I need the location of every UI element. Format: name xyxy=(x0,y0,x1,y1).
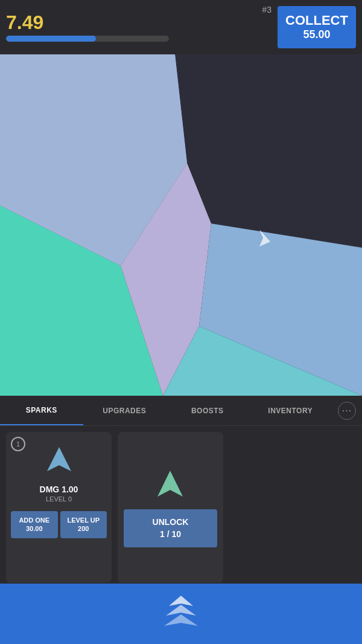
spark-number-badge: 1 xyxy=(11,437,25,451)
unlock-button[interactable]: UNLOCK 1 / 10 xyxy=(124,509,217,547)
level-up-button[interactable]: LEVEL UP 200 xyxy=(60,511,107,538)
game-canvas xyxy=(0,54,362,396)
tab-upgrades[interactable]: UPGRADES xyxy=(83,396,167,425)
score-value: 7.49 xyxy=(6,13,262,32)
rank-badge: #3 xyxy=(262,5,272,14)
svg-marker-9 xyxy=(157,471,183,497)
spark-card-1: 1 DMG 1.00 LEVEL 0 ADD ONE 30.00 LEVEL U… xyxy=(6,432,112,583)
game-area[interactable] xyxy=(0,54,362,396)
spark-name: DMG 1.00 xyxy=(40,485,78,494)
unlock-arrow-icon xyxy=(154,468,187,503)
more-button[interactable]: ··· xyxy=(332,396,362,425)
collect-label-line1: COLLECT xyxy=(285,13,348,28)
tab-sparks[interactable]: SPARKS xyxy=(0,396,83,425)
progress-bar-fill xyxy=(6,36,96,42)
score-area: 7.49 xyxy=(6,13,262,42)
tab-inventory[interactable]: INVENTORY xyxy=(249,396,332,425)
svg-marker-8 xyxy=(47,447,71,471)
bottom-bar[interactable] xyxy=(0,584,362,644)
more-dots-icon: ··· xyxy=(338,402,356,420)
spark-level: LEVEL 0 xyxy=(46,495,72,503)
progress-bar xyxy=(6,36,169,42)
spark-actions: ADD ONE 30.00 LEVEL UP 200 xyxy=(11,511,107,538)
svg-marker-12 xyxy=(164,614,198,626)
collect-label-line2: 55.00 xyxy=(303,28,330,42)
bottom-play-icon xyxy=(157,593,205,635)
sparks-content: 1 DMG 1.00 LEVEL 0 ADD ONE 30.00 LEVEL U… xyxy=(0,426,362,589)
tabs-bar: SPARKS UPGRADES BOOSTS INVENTORY ··· xyxy=(0,396,362,426)
tab-boosts[interactable]: BOOSTS xyxy=(166,396,249,425)
collect-button[interactable]: COLLECT 55.00 xyxy=(278,6,356,48)
add-one-button[interactable]: ADD ONE 30.00 xyxy=(11,511,58,538)
svg-marker-11 xyxy=(166,605,196,616)
header: 7.49 #3 COLLECT 55.00 xyxy=(0,0,362,54)
svg-marker-10 xyxy=(169,596,193,606)
unlock-card: UNLOCK 1 / 10 xyxy=(118,432,223,583)
spark-arrow-icon xyxy=(44,444,74,480)
